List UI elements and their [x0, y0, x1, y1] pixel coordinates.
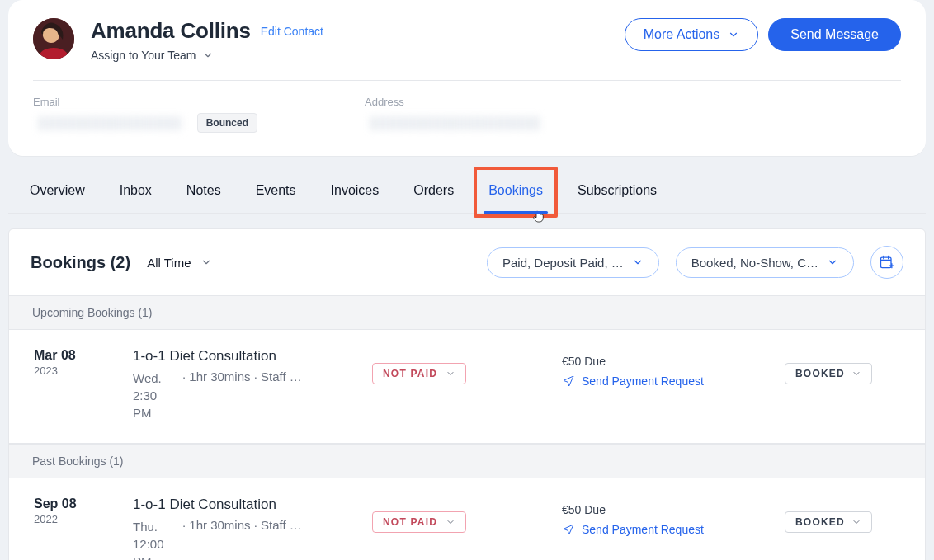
- tab-orders[interactable]: Orders: [408, 170, 459, 213]
- paid-filter-label: Paid, Deposit Paid, …: [502, 256, 624, 270]
- tab-events[interactable]: Events: [251, 170, 301, 213]
- payment-status-menu[interactable]: NOT PAID: [372, 363, 466, 384]
- assign-team-label: Assign to Your Team: [91, 49, 196, 62]
- booking-date-year: 2022: [34, 513, 125, 525]
- payment-status-label: NOT PAID: [383, 368, 437, 379]
- booking-status-menu[interactable]: BOOKED: [785, 511, 872, 533]
- divider: [33, 80, 901, 81]
- send-message-button[interactable]: Send Message: [768, 18, 901, 51]
- amount-due: €50 Due: [562, 503, 776, 516]
- booking-daytime: Wed. 2:30 PM: [133, 369, 172, 421]
- booking-status-label: BOOKED: [795, 516, 845, 528]
- chevron-down-icon: [728, 29, 739, 40]
- booking-date: Mar 082023: [34, 348, 125, 377]
- amount-due: €50 Due: [562, 355, 776, 368]
- contact-header-card: Amanda Collins Edit Contact Assign to Yo…: [8, 0, 926, 156]
- chevron-down-icon: [200, 256, 212, 268]
- calendar-plus-icon: [879, 254, 895, 271]
- booking-duration-staff: · 1hr 30mins · Staff …: [182, 369, 364, 421]
- avatar: [33, 18, 74, 59]
- status-filter[interactable]: Booked, No-Show, C…: [676, 247, 854, 278]
- send-payment-request-link[interactable]: Send Payment Request: [562, 374, 704, 388]
- email-value-redacted: ████████████████: [33, 113, 187, 133]
- address-detail: Address ███████████████████: [365, 96, 545, 133]
- tab-overview[interactable]: Overview: [25, 170, 90, 213]
- send-icon: [562, 374, 575, 388]
- tab-notes[interactable]: Notes: [182, 170, 226, 213]
- more-actions-label: More Actions: [644, 28, 719, 41]
- tabs: OverviewInboxNotesEventsInvoicesOrdersBo…: [8, 169, 926, 214]
- booking-service: 1-o-1 Diet ConsultationWed. 2:30 PM· 1hr…: [133, 348, 364, 421]
- tab-bookings[interactable]: Bookings: [484, 170, 548, 213]
- tab-subscriptions[interactable]: Subscriptions: [573, 170, 662, 213]
- booking-row[interactable]: Sep 0820221-o-1 Diet ConsultationThu. 12…: [9, 478, 925, 560]
- status-filter-label: Booked, No-Show, C…: [691, 256, 818, 270]
- assign-team-menu[interactable]: Assign to Your Team: [91, 49, 323, 62]
- booking-duration-staff: · 1hr 30mins · Staff …: [182, 518, 364, 560]
- time-filter-label: All Time: [147, 256, 191, 270]
- chevron-down-icon: [632, 256, 644, 268]
- section-header: Past Bookings (1): [9, 444, 925, 478]
- bounced-badge: Bounced: [197, 113, 257, 133]
- email-detail: Email ████████████████ Bounced: [33, 96, 257, 133]
- address-label: Address: [365, 96, 545, 108]
- chevron-down-icon: [446, 517, 455, 527]
- chevron-down-icon: [446, 369, 455, 379]
- time-filter[interactable]: All Time: [147, 256, 212, 270]
- send-payment-request-link[interactable]: Send Payment Request: [562, 523, 704, 536]
- contact-name: Amanda Collins: [91, 18, 251, 44]
- tab-invoices[interactable]: Invoices: [326, 170, 384, 213]
- chevron-down-icon: [827, 256, 838, 268]
- email-label: Email: [33, 96, 257, 108]
- payment-status-label: NOT PAID: [383, 516, 437, 528]
- paid-filter[interactable]: Paid, Deposit Paid, …: [487, 247, 659, 278]
- booking-service-title: 1-o-1 Diet Consultation: [133, 496, 364, 513]
- edit-contact-link[interactable]: Edit Contact: [261, 25, 323, 38]
- send-payment-request-label: Send Payment Request: [582, 523, 704, 536]
- booking-date-md: Sep 08: [34, 496, 125, 511]
- send-payment-request-label: Send Payment Request: [582, 374, 704, 388]
- tab-inbox[interactable]: Inbox: [115, 170, 157, 213]
- booking-date-md: Mar 08: [34, 348, 125, 363]
- bookings-panel: Bookings (2) All Time Paid, Deposit Paid…: [8, 228, 926, 560]
- panel-title: Bookings (2): [31, 253, 130, 272]
- booking-status-label: BOOKED: [795, 368, 845, 379]
- more-actions-button[interactable]: More Actions: [625, 18, 758, 51]
- booking-row[interactable]: Mar 0820231-o-1 Diet ConsultationWed. 2:…: [9, 330, 925, 444]
- booking-date-year: 2023: [34, 365, 125, 377]
- section-header: Upcoming Bookings (1): [9, 296, 925, 330]
- chevron-down-icon: [851, 369, 861, 379]
- address-value-redacted: ███████████████████: [365, 113, 545, 133]
- chevron-down-icon: [202, 49, 214, 61]
- send-icon: [562, 523, 575, 536]
- new-booking-button[interactable]: [870, 246, 903, 279]
- booking-service-title: 1-o-1 Diet Consultation: [133, 348, 364, 365]
- chevron-down-icon: [851, 517, 861, 527]
- pointer-cursor-icon: [531, 209, 546, 224]
- booking-service: 1-o-1 Diet ConsultationThu. 12:00 PM· 1h…: [133, 496, 364, 560]
- payment-status-menu[interactable]: NOT PAID: [372, 511, 466, 533]
- booking-status-menu[interactable]: BOOKED: [785, 363, 872, 384]
- send-message-label: Send Message: [790, 28, 879, 41]
- booking-daytime: Thu. 12:00 PM: [133, 518, 172, 560]
- booking-date: Sep 082022: [34, 496, 125, 525]
